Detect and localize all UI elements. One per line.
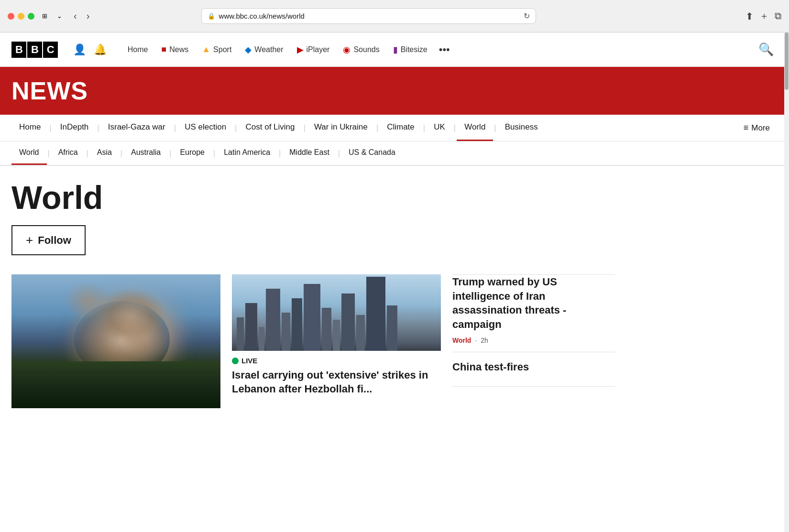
world-nav-latin-america[interactable]: Latin America	[216, 141, 278, 165]
sport-icon: ▲	[202, 44, 210, 54]
nav-item-weather[interactable]: ◆ Weather	[239, 41, 289, 59]
user-icon-button[interactable]: 👤	[73, 43, 86, 56]
news-grid: LIVE Israel carrying out 'extensive' str…	[11, 274, 615, 408]
world-nav-australia[interactable]: Australia	[123, 141, 168, 165]
sub-nav: Home | InDepth | Israel-Gaza war | US el…	[0, 115, 789, 141]
world-nav-europe[interactable]: Europe	[172, 141, 212, 165]
nav-item-home[interactable]: Home	[122, 42, 154, 58]
right-headline-2: China test-fires	[452, 360, 615, 374]
right-articles: Trump warned by US intelligence of Iran …	[452, 274, 615, 387]
weather-label: Weather	[254, 45, 283, 54]
ground-layer	[11, 361, 220, 408]
sub-nav-sep-1: |	[48, 123, 52, 133]
page-title: World	[11, 181, 615, 214]
bitesize-icon: ▮	[393, 44, 398, 55]
sub-nav-world[interactable]: World	[457, 115, 493, 141]
smoke-layer-3	[116, 315, 174, 362]
nav-item-sounds[interactable]: ◉ Sounds	[337, 41, 385, 59]
sub-nav-us-election[interactable]: US election	[177, 115, 234, 141]
right-article-2[interactable]: China test-fires	[452, 352, 615, 387]
article-tag-1[interactable]: World	[452, 337, 471, 344]
scrollbar-thumb[interactable]	[785, 33, 789, 90]
sub-nav-sep-6: |	[375, 123, 379, 133]
traffic-lights	[8, 13, 34, 20]
scrollbar[interactable]	[784, 33, 789, 532]
nav-item-news[interactable]: ■ News	[155, 41, 194, 58]
bbc-logo-b1: B	[11, 42, 26, 58]
reload-button[interactable]: ↻	[524, 11, 530, 21]
fullscreen-button[interactable]	[28, 13, 34, 20]
tabs-button[interactable]: ⧉	[775, 11, 781, 22]
main-article[interactable]	[11, 274, 220, 408]
world-nav-middle-east[interactable]: Middle East	[282, 141, 337, 165]
share-button[interactable]: ⬆	[745, 11, 754, 22]
main-article-image	[11, 274, 220, 408]
nav-item-sport[interactable]: ▲ Sport	[196, 41, 237, 58]
world-nav-sep-4: |	[168, 149, 172, 158]
article-time-1: 2h	[481, 337, 488, 344]
sidebar-toggle-button[interactable]: ⊞	[40, 11, 49, 22]
live-text: LIVE	[241, 357, 257, 365]
back-button[interactable]: ‹	[70, 9, 81, 23]
sounds-label: Sounds	[353, 45, 379, 54]
iplayer-icon: ▶	[297, 44, 304, 55]
lock-icon: 🔒	[208, 12, 215, 20]
notifications-button[interactable]: 🔔	[94, 43, 107, 56]
iplayer-label: iPlayer	[307, 45, 330, 54]
search-button[interactable]: 🔍	[755, 38, 778, 61]
bbc-logo-b2: B	[27, 42, 42, 58]
sub-nav-more-button[interactable]: ≡ More	[736, 115, 778, 141]
world-sub-nav: World | Africa | Asia | Australia | Euro…	[0, 141, 789, 166]
nav-item-bitesize[interactable]: ▮ Bitesize	[387, 41, 433, 59]
bbc-logo[interactable]: B B C	[11, 42, 58, 58]
sub-nav-climate[interactable]: Climate	[379, 115, 422, 141]
home-label: Home	[128, 45, 148, 54]
weather-icon: ◆	[245, 44, 252, 55]
sidebar-chevron-button[interactable]: ⌄	[55, 11, 64, 22]
world-nav-sep-5: |	[212, 149, 216, 158]
world-nav-africa[interactable]: Africa	[51, 141, 86, 165]
new-tab-button[interactable]: ＋	[759, 10, 769, 22]
nav-item-iplayer[interactable]: ▶ iPlayer	[291, 41, 336, 59]
right-article-1[interactable]: Trump warned by US intelligence of Iran …	[452, 274, 615, 352]
sub-nav-sep-4: |	[234, 123, 238, 133]
follow-label: Follow	[38, 234, 71, 247]
main-nav: Home ■ News ▲ Sport ◆ Weather ▶ iPlayer …	[122, 40, 454, 60]
article-meta-1: World · 2h	[452, 337, 615, 344]
article-dot-1: ·	[475, 337, 477, 344]
world-nav-world[interactable]: World	[11, 141, 47, 165]
news-banner-title: NEWS	[11, 76, 778, 105]
world-nav-sep-1: |	[47, 149, 51, 158]
world-nav-asia[interactable]: Asia	[89, 141, 120, 165]
live-dot	[232, 358, 239, 364]
bbc-logo-c: C	[43, 42, 58, 58]
close-button[interactable]	[8, 13, 14, 20]
more-menu-button[interactable]: •••	[435, 40, 454, 60]
sport-label: Sport	[213, 45, 231, 54]
address-bar[interactable]: 🔒 www.bbc.co.uk/news/world ↻	[201, 8, 536, 24]
follow-button[interactable]: + Follow	[11, 225, 86, 255]
bbc-header-icons: 👤 🔔	[73, 43, 107, 56]
bbc-header: B B C 👤 🔔 Home ■ News ▲ Sport ◆ Weather …	[0, 33, 789, 67]
world-nav-sep-6: |	[278, 149, 282, 158]
sub-nav-indepth[interactable]: InDepth	[53, 115, 97, 141]
secondary-article[interactable]: LIVE Israel carrying out 'extensive' str…	[232, 274, 441, 402]
world-nav-us-canada[interactable]: US & Canada	[341, 141, 403, 165]
minimize-button[interactable]	[18, 13, 24, 20]
world-nav-sep-3: |	[120, 149, 123, 158]
sub-nav-sep-7: |	[422, 123, 426, 133]
explosion-visual	[11, 274, 220, 408]
sub-nav-uk[interactable]: UK	[426, 115, 453, 141]
sub-nav-home[interactable]: Home	[11, 115, 48, 141]
news-icon: ■	[161, 44, 166, 54]
sub-nav-war-ukraine[interactable]: War in Ukraine	[307, 115, 375, 141]
news-label: News	[169, 45, 188, 54]
forward-button[interactable]: ›	[83, 9, 94, 23]
sub-nav-cost-of-living[interactable]: Cost of Living	[238, 115, 303, 141]
more-label: More	[751, 123, 770, 133]
sub-nav-business[interactable]: Business	[497, 115, 546, 141]
sub-nav-israel-gaza[interactable]: Israel-Gaza war	[100, 115, 173, 141]
sounds-icon: ◉	[343, 44, 351, 55]
sub-nav-sep-5: |	[303, 123, 307, 133]
smoke-layer-2	[64, 281, 111, 319]
